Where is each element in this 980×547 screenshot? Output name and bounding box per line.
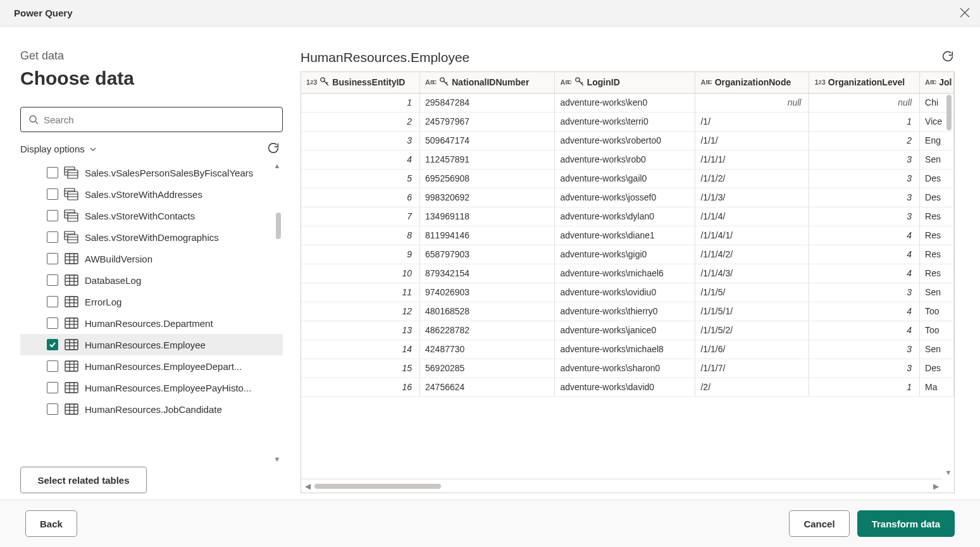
table-icon [65, 381, 78, 395]
column-header[interactable]: ABCJol [920, 72, 954, 93]
cell: adventure-works\sharon0 [555, 359, 695, 378]
column-header[interactable]: ABC NationalIDNumber [420, 72, 555, 93]
refresh-icon[interactable] [266, 141, 280, 157]
tree-item[interactable]: Sales.vStoreWithContacts [20, 205, 283, 226]
tree-item-label: HumanResources.EmployeeDepart... [85, 361, 269, 372]
scrollbar-thumb[interactable] [276, 212, 281, 239]
view-icon [65, 166, 78, 180]
tree-item[interactable]: HumanResources.EmployeeDepart... [20, 355, 283, 377]
tree-item[interactable]: ErrorLog [20, 291, 283, 312]
cell: 42487730 [420, 340, 555, 359]
table-row[interactable]: 2245797967adventure-works\terri0/1/1Vice [301, 112, 954, 131]
grid-horizontal-scrollbar[interactable]: ◀ ▶ [301, 479, 943, 493]
tree-item[interactable]: Sales.vSalesPersonSalesByFiscalYears [20, 162, 283, 183]
scroll-down-icon[interactable]: ▼ [274, 455, 281, 463]
tree-item-checkbox[interactable] [47, 188, 58, 200]
tree-item-checkbox[interactable] [47, 339, 58, 350]
cell: 3 [809, 207, 920, 226]
table-row[interactable]: 9658797903adventure-works\gigi0/1/1/4/2/… [301, 245, 954, 264]
svg-point-66 [321, 78, 325, 82]
column-header[interactable]: ABCOrganizationNode [695, 72, 809, 93]
tree-item[interactable]: DatabaseLog [20, 269, 283, 291]
tree-item-checkbox[interactable] [47, 253, 58, 264]
transform-data-button[interactable]: Transform data [857, 510, 955, 537]
table-row[interactable]: 11974026903adventure-works\ovidiu0/1/1/5… [301, 283, 954, 302]
column-name: LoginID [587, 77, 620, 87]
cell: 486228782 [420, 321, 555, 340]
column-header[interactable]: 123 BusinessEntityID [301, 72, 420, 93]
tree-item-checkbox[interactable] [47, 296, 58, 307]
scrollbar-thumb[interactable] [314, 484, 441, 489]
cancel-button[interactable]: Cancel [789, 510, 849, 537]
tree-item[interactable]: Sales.vStoreWithAddresses [20, 183, 283, 205]
cell: /1/1/4/2/ [695, 245, 809, 264]
cell: adventure-works\roberto0 [555, 131, 695, 150]
tree-item-label: ErrorLog [85, 297, 269, 307]
tree-item[interactable]: HumanResources.EmployeePayHisto... [20, 377, 283, 398]
tree-item-checkbox[interactable] [47, 382, 58, 393]
table-row[interactable]: 12480168528adventure-works\thierry0/1/1/… [301, 302, 954, 321]
table-row[interactable]: 1556920285adventure-works\sharon0/1/1/7/… [301, 359, 954, 378]
tree-item-label: Sales.vStoreWithAddresses [85, 189, 269, 200]
cell: 3 [809, 340, 920, 359]
table-row[interactable]: 1624756624adventure-works\david0/2/1Ma [301, 378, 954, 396]
table-row[interactable]: 5695256908adventure-works\gail0/1/1/2/3D… [301, 169, 954, 188]
table-row[interactable]: 13486228782adventure-works\janice0/1/1/5… [301, 321, 954, 340]
tree-item-checkbox[interactable] [47, 167, 58, 178]
cell: 3 [809, 188, 920, 207]
cell: /1/1/4/3/ [695, 264, 809, 283]
tree-item-checkbox[interactable] [47, 210, 58, 221]
table-row[interactable]: 10879342154adventure-works\michael6/1/1/… [301, 264, 954, 283]
grid-vertical-scrollbar[interactable]: ▲ ▼ [943, 94, 954, 476]
tree-item[interactable]: HumanResources.Department [20, 312, 283, 334]
tree-item[interactable]: Sales.vStoreWithDemographics [20, 226, 283, 248]
preview-title: HumanResources.Employee [301, 50, 469, 65]
cell: adventure-works\gigi0 [555, 245, 695, 264]
cell: 1 [809, 378, 920, 396]
scroll-up-icon[interactable]: ▲ [274, 162, 281, 169]
column-header[interactable]: 123OrganizationLevel [809, 72, 920, 93]
cell: adventure-works\michael6 [555, 264, 695, 283]
table-row[interactable]: 1442487730adventure-works\michael8/1/1/6… [301, 340, 954, 359]
tree-item[interactable]: HumanResources.JobCandidate [20, 398, 283, 420]
cell: 16 [301, 378, 420, 396]
scrollbar-thumb[interactable] [946, 95, 952, 130]
dialog-footer: Back Cancel Transform data [0, 500, 980, 547]
search-field[interactable] [42, 114, 275, 126]
table-row[interactable]: 1295847284adventure-works\ken0nullnullCh… [301, 93, 954, 112]
tree-item-checkbox[interactable] [47, 403, 58, 415]
cell: 6 [301, 188, 420, 207]
scroll-down-icon[interactable]: ▼ [945, 469, 952, 476]
select-related-tables-button[interactable]: Select related tables [20, 467, 147, 493]
tree-item[interactable]: AWBuildVersion [20, 248, 283, 269]
close-icon[interactable] [960, 6, 970, 20]
tree-item-label: AWBuildVersion [85, 254, 269, 264]
tree-item[interactable]: HumanResources.Employee [20, 334, 283, 355]
back-button[interactable]: Back [25, 510, 77, 537]
cell: /2/ [695, 378, 809, 396]
table-row[interactable]: 6998320692adventure-works\jossef0/1/1/3/… [301, 188, 954, 207]
tree-item-label: Sales.vStoreWithDemographics [85, 232, 269, 243]
cell: null [809, 93, 920, 112]
display-options-dropdown[interactable]: Display options [20, 144, 97, 154]
table-row[interactable]: 3509647174adventure-works\roberto0/1/1/2… [301, 131, 954, 150]
svg-line-71 [446, 82, 447, 83]
table-row[interactable]: 8811994146adventure-works\diane1/1/1/4/1… [301, 226, 954, 245]
tree-scrollbar[interactable]: ▲ ▼ [271, 162, 283, 463]
tree-item-checkbox[interactable] [47, 317, 58, 329]
scroll-right-icon[interactable]: ▶ [933, 482, 939, 491]
tree-item-checkbox[interactable] [47, 360, 58, 372]
cell: /1/1/4/1/ [695, 226, 809, 245]
refresh-preview-icon[interactable] [941, 49, 955, 65]
column-header[interactable]: ABC LoginID [555, 72, 695, 93]
table-row[interactable]: 7134969118adventure-works\dylan0/1/1/4/3… [301, 207, 954, 226]
search-input[interactable] [20, 107, 283, 132]
tree-item-checkbox[interactable] [47, 231, 58, 243]
table-row[interactable]: 4112457891adventure-works\rob0/1/1/1/3Se… [301, 150, 954, 169]
view-icon [65, 230, 78, 244]
tree-item-checkbox[interactable] [47, 274, 58, 286]
key-icon [319, 77, 330, 89]
scroll-left-icon[interactable]: ◀ [305, 482, 311, 491]
type-text-icon: ABC [560, 78, 571, 86]
cell: /1/1/ [695, 131, 809, 150]
